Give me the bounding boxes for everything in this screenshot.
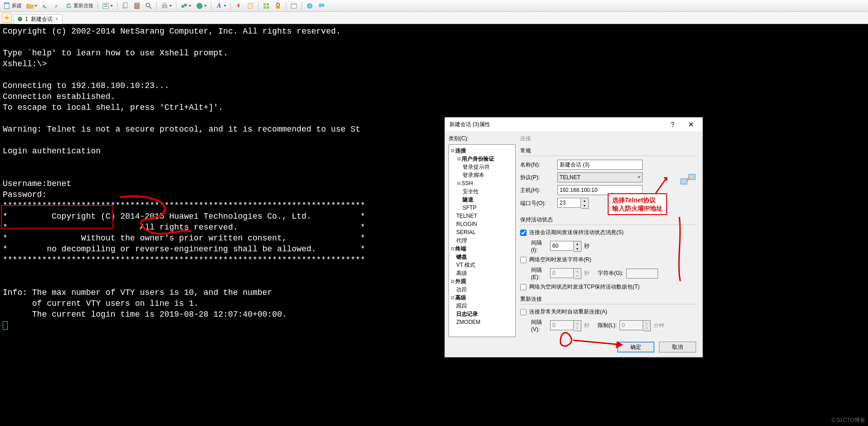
add-tab-button[interactable]: [2, 13, 12, 23]
session-properties-dialog: 新建会话 (3)属性 ? ✕ 类别(C): ⊟连接 ⊟用户身份验证 登录提示符 …: [444, 117, 703, 357]
tree-toggle-icon[interactable]: ⊟: [450, 294, 455, 302]
paste-icon: [133, 2, 141, 10]
tree-login-prompt[interactable]: 登录提示符: [463, 164, 490, 170]
new-button[interactable]: 新建: [2, 1, 24, 10]
tree-margin[interactable]: 边距: [456, 286, 467, 293]
link-icon: [42, 2, 49, 10]
help-button[interactable]: ?: [304, 1, 315, 10]
sec-unit: 秒: [584, 242, 590, 250]
lock-icon: [274, 2, 282, 10]
transfer-icon: [180, 2, 188, 10]
tree-ssh[interactable]: SSH: [462, 180, 473, 186]
tree-sftp[interactable]: SFTP: [463, 205, 477, 211]
window-button[interactable]: [288, 1, 299, 10]
tree-terminal[interactable]: 终端: [455, 245, 466, 252]
tree-security[interactable]: 安全性: [463, 188, 479, 195]
copy-icon: [122, 2, 129, 10]
cb-auto-reconnect[interactable]: 连接异常关闭时自动重新连接(A): [520, 308, 697, 316]
tab-bar: 1 新建会话 ×: [0, 12, 868, 24]
tree-log[interactable]: 日志记录: [456, 311, 478, 317]
dialog-close-button[interactable]: ✕: [682, 118, 700, 131]
svg-rect-27: [689, 174, 695, 180]
session-tab-active[interactable]: 1 新建会话 ×: [14, 14, 63, 24]
cb-keepalive-msg[interactable]: 连接会话期间发送保持活动状态消息(S): [520, 229, 697, 236]
tree-toggle-icon[interactable]: ⊟: [450, 277, 455, 285]
spin-up-icon: ▲: [643, 321, 650, 326]
tree-telnet[interactable]: TELNET: [456, 213, 477, 219]
transfer-button[interactable]: [179, 1, 193, 10]
tree-appearance[interactable]: 外观: [455, 278, 466, 284]
paste-button[interactable]: [132, 1, 142, 10]
ok-button[interactable]: 确定: [617, 342, 654, 353]
unlink-icon: [54, 2, 61, 10]
tree-toggle-icon[interactable]: ⊟: [450, 245, 455, 253]
protocol-combo[interactable]: TELNET: [557, 172, 643, 182]
reconnect-button[interactable]: 重新连接: [63, 1, 95, 10]
font-button[interactable]: A: [214, 1, 228, 10]
tree-advanced[interactable]: 高级: [456, 270, 467, 276]
script-button[interactable]: [233, 1, 244, 10]
find-button[interactable]: [143, 1, 154, 10]
host-label: 主机(H):: [520, 186, 555, 194]
lock-button[interactable]: [273, 1, 283, 10]
open-button[interactable]: [24, 1, 39, 10]
macro-button[interactable]: [245, 1, 256, 10]
tree-rlogin[interactable]: RLOGIN: [456, 221, 477, 227]
sec-unit: 秒: [584, 269, 590, 277]
tree-keyboard[interactable]: 键盘: [456, 254, 467, 260]
cb-idle-chars[interactable]: 网络空闲时发送字符串(R): [520, 256, 697, 264]
port-label: 端口号(O):: [520, 200, 555, 207]
close-tab-icon[interactable]: ×: [55, 16, 59, 22]
connect-button[interactable]: [40, 1, 51, 10]
cancel-button[interactable]: 取消: [659, 342, 696, 353]
tree-serial[interactable]: SERIAL: [456, 229, 476, 235]
spin-up-icon[interactable]: ▲: [581, 198, 588, 203]
tree-advanced2[interactable]: 高级: [455, 294, 466, 301]
tree-connection[interactable]: 连接: [455, 147, 466, 154]
tree-proxy[interactable]: 代理: [456, 237, 467, 244]
spin-down-icon[interactable]: ▼: [574, 246, 581, 251]
category-tree[interactable]: ⊟连接 ⊟用户身份验证 登录提示符 登录脚本 ⊟SSH 安全性 隧道 SFTP …: [449, 144, 516, 337]
tree-tunnel[interactable]: 隧道: [463, 196, 473, 203]
name-input[interactable]: [557, 160, 643, 170]
toolbar-separator: [258, 2, 258, 10]
interval-i-input[interactable]: [550, 241, 574, 251]
cb-auto-reconnect-box[interactable]: [520, 309, 527, 315]
port-spinner[interactable]: ▲▼: [557, 198, 589, 209]
tree-toggle-icon[interactable]: ⊟: [456, 179, 462, 187]
print-button[interactable]: [159, 1, 174, 10]
tree-login-script[interactable]: 登录脚本: [463, 172, 484, 178]
font-icon: A: [215, 2, 223, 10]
copy-button[interactable]: [120, 1, 131, 10]
interval-i-spinner[interactable]: ▲▼: [550, 241, 581, 252]
spin-up-icon: ▲: [574, 321, 581, 326]
disconnect-button[interactable]: [52, 1, 63, 10]
chevron-down-icon: [638, 176, 640, 178]
tree-auth[interactable]: 用户身份验证: [462, 156, 494, 162]
spin-up-icon[interactable]: ▲: [574, 241, 581, 246]
terminal-output[interactable]: Copyright (c) 2002-2014 NetSarang Comput…: [0, 24, 868, 426]
svg-rect-1: [5, 3, 9, 4]
chat-button[interactable]: [316, 1, 327, 10]
tree-toggle-icon[interactable]: ⊟: [456, 155, 462, 163]
svg-rect-6: [124, 3, 127, 7]
tile-button[interactable]: [261, 1, 272, 10]
web-button[interactable]: [194, 1, 209, 10]
cb-keepalive-msg-box[interactable]: [520, 230, 527, 236]
tree-trace[interactable]: 跟踪: [456, 303, 467, 309]
svg-rect-20: [267, 6, 269, 9]
cb-idle-tcp-box[interactable]: [520, 284, 527, 290]
protocol-value: TELNET: [560, 174, 580, 181]
chat-icon: [318, 2, 325, 10]
annotation-line1: 选择Telnet协议: [612, 196, 656, 204]
dialog-titlebar[interactable]: 新建会话 (3)属性 ? ✕: [445, 118, 702, 131]
cb-idle-chars-box[interactable]: [520, 257, 527, 263]
cb-idle-tcp[interactable]: 网络为空闲状态时发送TCP保持活动数据包(T): [520, 283, 697, 291]
properties-button[interactable]: [100, 1, 115, 10]
tree-zmodem[interactable]: ZMODEM: [456, 319, 480, 325]
dialog-help-button[interactable]: ?: [663, 118, 682, 131]
port-input[interactable]: [557, 198, 581, 208]
tree-toggle-icon[interactable]: ⊟: [450, 147, 455, 155]
tree-vt[interactable]: VT 模式: [456, 262, 475, 268]
spin-down-icon[interactable]: ▼: [581, 203, 588, 208]
